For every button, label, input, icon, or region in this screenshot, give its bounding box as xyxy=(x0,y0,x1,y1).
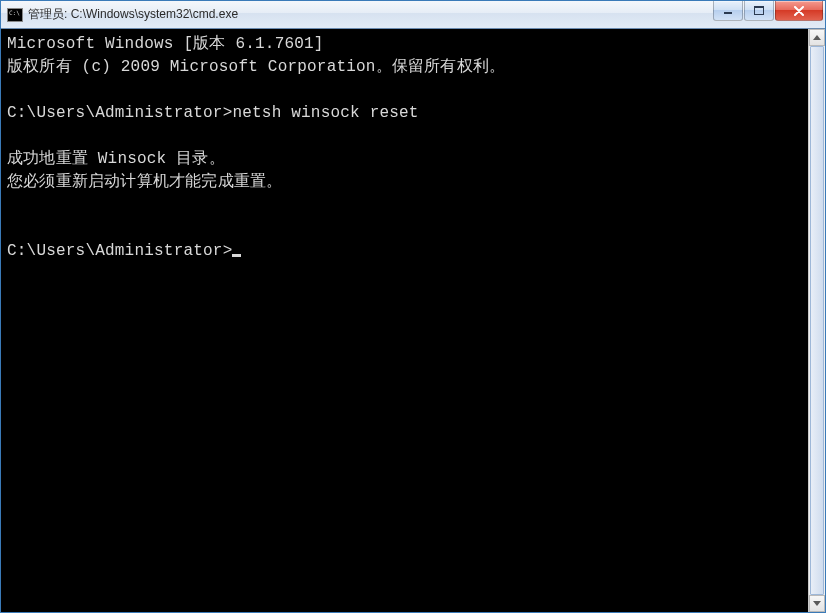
maximize-icon xyxy=(754,6,764,15)
terminal-line: 版权所有 (c) 2009 Microsoft Corporation。保留所有… xyxy=(7,58,505,76)
terminal-line: 您必须重新启动计算机才能完成重置。 xyxy=(7,173,282,191)
cmd-icon xyxy=(7,8,23,22)
maximize-button[interactable] xyxy=(744,1,774,21)
vertical-scrollbar[interactable] xyxy=(808,29,825,612)
titlebar[interactable]: 管理员: C:\Windows\system32\cmd.exe xyxy=(1,1,825,29)
svg-rect-2 xyxy=(754,6,764,8)
scroll-thumb[interactable] xyxy=(810,46,824,595)
close-icon xyxy=(793,6,805,16)
close-button[interactable] xyxy=(775,1,823,21)
chevron-down-icon xyxy=(813,601,821,606)
cursor xyxy=(232,254,241,257)
window-title: 管理员: C:\Windows\system32\cmd.exe xyxy=(28,6,238,23)
minimize-icon xyxy=(723,7,733,15)
cmd-window: 管理员: C:\Windows\system32\cmd.exe Microso… xyxy=(0,0,826,613)
scroll-up-button[interactable] xyxy=(809,29,825,46)
terminal-area: Microsoft Windows [版本 6.1.7601] 版权所有 (c)… xyxy=(1,29,825,612)
scroll-down-button[interactable] xyxy=(809,595,825,612)
terminal-output[interactable]: Microsoft Windows [版本 6.1.7601] 版权所有 (c)… xyxy=(1,29,808,612)
minimize-button[interactable] xyxy=(713,1,743,21)
terminal-line: C:\Users\Administrator> xyxy=(7,242,232,260)
terminal-line: 成功地重置 Winsock 目录。 xyxy=(7,150,225,168)
svg-rect-0 xyxy=(724,12,732,14)
window-controls xyxy=(713,1,823,21)
terminal-line: C:\Users\Administrator>netsh winsock res… xyxy=(7,104,419,122)
scroll-track[interactable] xyxy=(809,46,825,595)
terminal-line: Microsoft Windows [版本 6.1.7601] xyxy=(7,35,324,53)
chevron-up-icon xyxy=(813,35,821,40)
